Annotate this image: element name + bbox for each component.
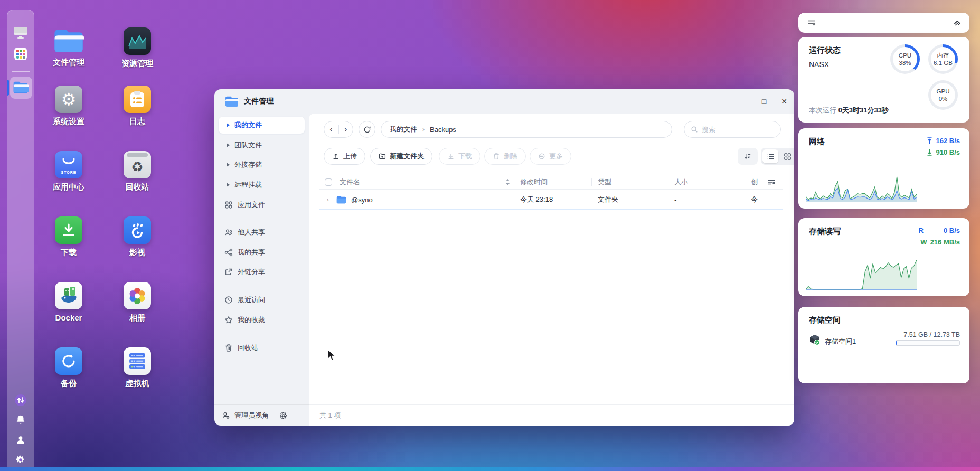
collapse-panel-icon[interactable] — [954, 20, 961, 26]
desktop-icon-label: 相册 — [129, 313, 145, 323]
desktop-icon-recycle-bin[interactable]: ♻ 回收站 — [112, 151, 163, 192]
desktop-icon-label: 文件管理 — [53, 58, 84, 68]
sort-arrows-icon[interactable] — [505, 178, 510, 186]
sidebar-item-recycle-bin[interactable]: 回收站 — [219, 340, 305, 356]
sidebar-item-app-files[interactable]: 应用文件 — [219, 196, 305, 213]
grid-icon — [224, 201, 233, 209]
search-box[interactable] — [684, 121, 781, 138]
table-row[interactable]: › @syno 今天 23:18 文件夹 - 今 — [319, 190, 783, 210]
sidebar-item-shared-by-others[interactable]: 他人共享 — [219, 224, 305, 241]
desktop-icon-resource-monitor[interactable]: 资源管理 — [112, 27, 163, 69]
sidebar-item-favorites[interactable]: 我的收藏 — [219, 312, 305, 328]
more-icon — [538, 153, 545, 160]
panel-header — [798, 13, 969, 33]
desktop-icon-label: 系统设置 — [53, 117, 84, 127]
desktop-icon-docker[interactable]: Docker — [43, 282, 94, 322]
grid-view-button[interactable] — [779, 149, 794, 163]
select-all-checkbox[interactable] — [325, 178, 332, 186]
sidebar-item-remote-mount[interactable]: 远程挂载 — [219, 176, 305, 193]
sidebar-item-my-files[interactable]: 我的文件 — [219, 117, 305, 134]
sidebar-item-external-storage[interactable]: 外接存储 — [219, 156, 305, 173]
list-view-button[interactable] — [762, 149, 778, 163]
desktop-icon-system-settings[interactable]: ⚙ 系统设置 — [43, 86, 94, 127]
notifications-bell-icon[interactable] — [15, 414, 26, 426]
people-icon — [224, 228, 233, 237]
user-icon[interactable] — [15, 435, 26, 445]
col-created[interactable]: 创 — [751, 177, 758, 187]
col-modified[interactable]: 修改时间 — [520, 177, 548, 187]
nav-back-forward: ‹ › — [324, 121, 353, 138]
downloads-icon — [55, 216, 82, 244]
delete-button[interactable]: 删除 — [484, 148, 526, 165]
taskbar — [7, 10, 34, 471]
desktop-icon-virtual-machine[interactable]: 虚拟机 — [112, 347, 163, 389]
read-rate: R0 B/s — [919, 227, 960, 234]
upload-button[interactable]: 上传 — [324, 148, 365, 165]
breadcrumb-current[interactable]: Backups — [430, 126, 456, 134]
desktop-icon-photos[interactable]: 相册 — [112, 282, 163, 323]
admin-user-icon — [222, 411, 230, 420]
sidebar-item-external-links[interactable]: 外链分享 — [219, 263, 305, 280]
trash-icon — [493, 153, 500, 160]
gpu-ring: GPU0% — [928, 80, 958, 110]
more-button[interactable]: 更多 — [530, 148, 571, 165]
maximize-button[interactable]: □ — [755, 89, 773, 114]
col-name[interactable]: 文件名 — [340, 177, 360, 187]
col-size[interactable]: 大小 — [674, 177, 688, 187]
view-settings-gear-icon[interactable] — [279, 411, 288, 420]
panel-settings-icon[interactable] — [807, 18, 816, 27]
upload-icon — [332, 153, 340, 160]
window-title: 文件管理 — [244, 97, 274, 106]
transfer-icon[interactable] — [14, 394, 27, 407]
photos-icon — [124, 282, 151, 309]
sidebar-item-my-shares[interactable]: 我的共享 — [219, 244, 305, 261]
disk-io-card: 存储读写 R0 B/s W216 MB/s — [798, 218, 969, 296]
col-type[interactable]: 类型 — [598, 177, 611, 187]
close-button[interactable]: ✕ — [775, 89, 793, 114]
admin-view-label[interactable]: 管理员视角 — [234, 411, 269, 420]
back-button[interactable]: ‹ — [324, 125, 338, 134]
download-rate: 910 B/s — [927, 148, 960, 156]
desktop-icon-video[interactable]: 影视 — [112, 216, 163, 258]
volume-name[interactable]: 存储空间1 — [825, 337, 856, 346]
file-manager-window: 文件管理 — □ ✕ 我的文件 团队文件 外接存储 远程挂载 应用文件 他人共享… — [214, 89, 794, 426]
network-card: 网络 162 B/s 910 B/s — [798, 128, 969, 209]
desktop-icon-app-center[interactable]: STORE 应用中心 — [43, 151, 94, 192]
file-modified: 今天 23:18 — [520, 195, 553, 204]
desktop-switcher-icon[interactable] — [13, 26, 28, 40]
download-button[interactable]: 下载 — [439, 148, 480, 165]
taskbar-file-manager-icon[interactable] — [12, 80, 29, 95]
desktop-icon-label: 资源管理 — [121, 59, 153, 69]
app-launcher-icon[interactable] — [14, 47, 27, 61]
window-content: ‹ › 我的文件 › Backups 上传 新建文件夹 下载 — [309, 114, 794, 426]
file-name[interactable]: @syno — [351, 195, 373, 203]
column-settings-icon[interactable] — [767, 178, 776, 186]
desktop-icon-backup[interactable]: 备份 — [43, 347, 94, 389]
video-icon — [124, 216, 151, 244]
sidebar-item-team-files[interactable]: 团队文件 — [219, 137, 305, 154]
desktop-icon-file-manager[interactable]: 文件管理 — [43, 27, 94, 68]
expand-triangle-icon — [227, 163, 230, 167]
row-expand-chevron[interactable]: › — [327, 196, 329, 203]
settings-gear-icon[interactable] — [15, 455, 26, 465]
sort-button[interactable] — [738, 148, 758, 165]
breadcrumb[interactable]: 我的文件 › Backups — [381, 121, 672, 138]
upload-arrow-icon — [927, 137, 932, 144]
external-link-icon — [224, 268, 233, 276]
window-titlebar[interactable]: 文件管理 — □ ✕ — [214, 89, 794, 114]
hostname: NASX — [809, 60, 829, 69]
sidebar-item-recent[interactable]: 最近访问 — [219, 291, 305, 308]
desktop-icon-downloads[interactable]: 下载 — [43, 216, 94, 258]
desktop-icon-logs[interactable]: 日志 — [112, 86, 163, 127]
search-input[interactable] — [702, 126, 765, 134]
file-manager-icon — [53, 27, 84, 54]
forward-button[interactable]: › — [339, 125, 353, 134]
breadcrumb-root[interactable]: 我的文件 — [390, 125, 417, 134]
file-size: - — [674, 195, 676, 203]
disk-title: 存储读写 — [809, 227, 841, 237]
minimize-button[interactable]: — — [734, 89, 752, 114]
list-view-icon — [767, 153, 775, 161]
new-folder-button[interactable]: 新建文件夹 — [370, 148, 432, 165]
taskbar-active-indicator — [7, 80, 9, 96]
refresh-button[interactable] — [359, 121, 375, 138]
